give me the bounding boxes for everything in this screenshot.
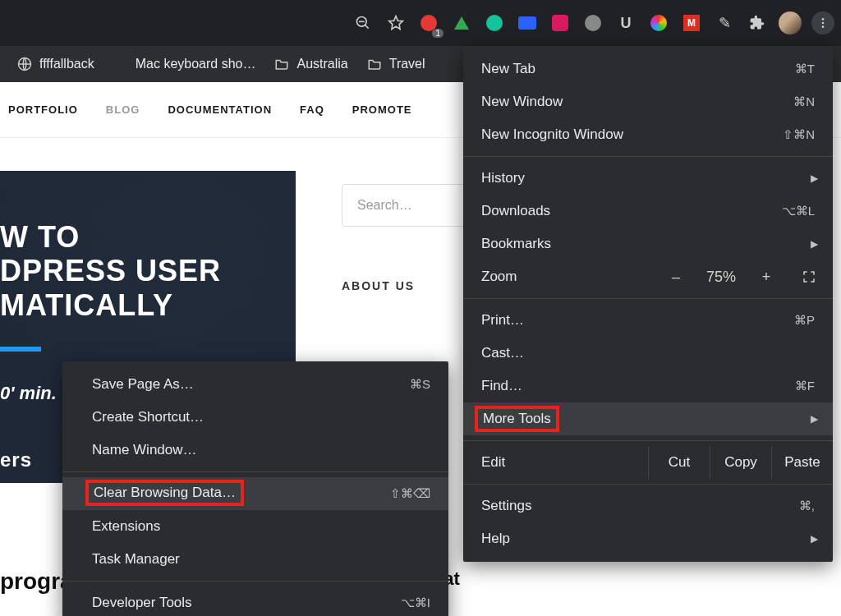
- bookmark-ffffallback[interactable]: ffffallback: [16, 56, 94, 72]
- menu-separator: [463, 298, 833, 299]
- hero-accent-bar: [0, 347, 41, 352]
- zoom-minus-button[interactable]: –: [664, 264, 688, 289]
- svg-point-6: [822, 25, 825, 28]
- toolbar-icons: 1 U M ✎: [352, 11, 834, 34]
- more-tools-submenu: Save Page As…⌘S Create Shortcut… Name Wi…: [62, 361, 448, 616]
- menu-zoom: Zoom – 75% +: [463, 260, 833, 293]
- extensions-puzzle-icon[interactable]: [746, 11, 769, 34]
- nav-documentation[interactable]: DOCUMENTATION: [168, 103, 272, 116]
- submenu-clear-browsing-data[interactable]: Clear Browsing Data… ⇧⌘⌫: [62, 477, 448, 510]
- apple-icon: [113, 56, 129, 72]
- bookmark-label: Mac keyboard sho…: [136, 57, 256, 71]
- hero-title: W TO DPRESS USER MATICALLY: [0, 171, 296, 322]
- nav-faq[interactable]: FAQ: [300, 103, 324, 116]
- chevron-right-icon: ▶: [811, 172, 818, 184]
- menu-copy[interactable]: Copy: [710, 446, 771, 479]
- ext-gmail-icon[interactable]: M: [680, 11, 703, 34]
- menu-bookmarks[interactable]: Bookmarks▶: [463, 228, 833, 260]
- menu-find[interactable]: Find…⌘F: [463, 370, 833, 402]
- chevron-right-icon: ▶: [811, 533, 818, 545]
- menu-edit: Edit Cut Copy Paste: [463, 446, 833, 479]
- menu-history[interactable]: History▶: [463, 162, 833, 195]
- submenu-task-manager[interactable]: Task Manager: [62, 543, 448, 576]
- ext-feather-icon[interactable]: ✎: [713, 11, 736, 34]
- profile-avatar[interactable]: [779, 11, 802, 34]
- ext-adblock-icon[interactable]: 1: [417, 11, 440, 34]
- ext-grey-icon[interactable]: [581, 11, 604, 34]
- menu-settings[interactable]: Settings⌘,: [463, 490, 833, 522]
- menu-cut[interactable]: Cut: [648, 446, 710, 479]
- zoom-percent: 75%: [706, 269, 736, 286]
- menu-paste[interactable]: Paste: [771, 446, 833, 479]
- menu-new-tab[interactable]: New Tab⌘T: [463, 53, 833, 85]
- menu-new-window[interactable]: New Window⌘N: [463, 85, 833, 118]
- folder-icon: [366, 56, 383, 72]
- bookmark-label: Travel: [389, 57, 425, 71]
- nav-portfolio[interactable]: PORTFOLIO: [8, 103, 78, 116]
- menu-help[interactable]: Help▶: [463, 522, 833, 555]
- bookmark-australia[interactable]: Australia: [273, 56, 347, 72]
- nav-promote[interactable]: PROMOTE: [352, 103, 412, 116]
- menu-separator: [62, 471, 448, 472]
- menu-print[interactable]: Print…⌘P: [463, 304, 833, 337]
- zoom-out-icon[interactable]: [352, 11, 375, 34]
- ext-pink-icon[interactable]: [549, 11, 572, 34]
- browser-toolbar: 1 U M ✎: [0, 0, 841, 46]
- ext-orange-icon[interactable]: U: [614, 11, 637, 34]
- chrome-menu-button[interactable]: [811, 11, 834, 34]
- annotation-highlight: Clear Browsing Data…: [85, 480, 244, 506]
- chevron-right-icon: ▶: [811, 413, 818, 425]
- submenu-save-page[interactable]: Save Page As…⌘S: [62, 368, 448, 401]
- menu-separator: [463, 156, 833, 157]
- ext-grammarly-icon[interactable]: [483, 11, 506, 34]
- zoom-plus-button[interactable]: +: [754, 264, 779, 289]
- ext-drive-icon[interactable]: [450, 11, 473, 34]
- submenu-create-shortcut[interactable]: Create Shortcut…: [62, 401, 448, 434]
- annotation-highlight: More Tools: [475, 406, 559, 432]
- menu-incognito[interactable]: New Incognito Window⇧⌘N: [463, 118, 833, 151]
- ext-blue-icon[interactable]: [516, 11, 539, 34]
- svg-point-4: [822, 18, 825, 21]
- submenu-extensions[interactable]: Extensions: [62, 510, 448, 543]
- svg-marker-3: [389, 16, 403, 30]
- star-icon[interactable]: [384, 11, 407, 34]
- bookmark-label: Australia: [296, 57, 347, 71]
- chevron-right-icon: ▶: [811, 238, 818, 250]
- globe-icon: [16, 56, 33, 72]
- submenu-developer-tools[interactable]: Developer Tools⌥⌘I: [62, 586, 448, 616]
- menu-separator: [463, 484, 833, 485]
- menu-downloads[interactable]: Downloads⌥⌘L: [463, 195, 833, 228]
- folder-icon: [273, 56, 290, 72]
- svg-point-5: [822, 22, 825, 25]
- fullscreen-icon[interactable]: [797, 264, 821, 289]
- chrome-main-menu: New Tab⌘T New Window⌘N New Incognito Win…: [463, 46, 833, 562]
- menu-cast[interactable]: Cast…: [463, 337, 833, 370]
- bookmark-mac-keyboard[interactable]: Mac keyboard sho…: [113, 56, 256, 72]
- bookmark-label: ffffallback: [39, 57, 94, 71]
- menu-separator: [62, 581, 448, 582]
- hero-brand: dLayers: [0, 448, 32, 471]
- menu-more-tools[interactable]: More Tools ▶: [463, 402, 833, 435]
- ext-rainbow-icon[interactable]: [647, 11, 670, 34]
- bookmark-travel[interactable]: Travel: [366, 56, 425, 72]
- menu-separator: [463, 440, 833, 441]
- svg-line-2: [365, 25, 369, 29]
- nav-blog[interactable]: BLOG: [106, 103, 140, 116]
- submenu-name-window[interactable]: Name Window…: [62, 434, 448, 467]
